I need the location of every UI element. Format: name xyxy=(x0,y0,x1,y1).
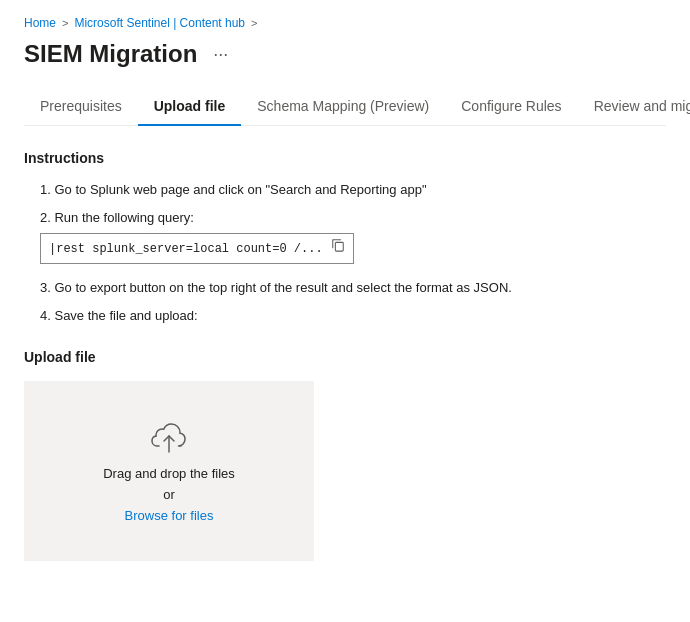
drop-zone[interactable]: Drag and drop the files or Browse for fi… xyxy=(24,381,314,561)
step-4-text: Save the file and upload: xyxy=(54,308,197,323)
tab-upload-file[interactable]: Upload file xyxy=(138,88,242,126)
step-3-number: 3. xyxy=(40,280,54,295)
step-3-text: Go to export button on the top right of … xyxy=(54,280,511,295)
svg-rect-0 xyxy=(335,242,343,251)
step-4-number: 4. xyxy=(40,308,54,323)
tab-review-migrate[interactable]: Review and migrate xyxy=(578,88,690,126)
instructions-list: 1. Go to Splunk web page and click on "S… xyxy=(40,180,666,325)
instructions-section: Instructions 1. Go to Splunk web page an… xyxy=(24,150,666,325)
breadcrumb-home[interactable]: Home xyxy=(24,16,56,30)
breadcrumb-separator-1: > xyxy=(62,17,68,29)
browse-files-link[interactable]: Browse for files xyxy=(125,508,214,523)
breadcrumb: Home > Microsoft Sentinel | Content hub … xyxy=(24,16,666,30)
instruction-step-2: 2. Run the following query: |rest splunk… xyxy=(40,208,666,271)
tab-schema-mapping[interactable]: Schema Mapping (Preview) xyxy=(241,88,445,126)
tab-configure-rules[interactable]: Configure Rules xyxy=(445,88,577,126)
instruction-step-4: 4. Save the file and upload: xyxy=(40,306,666,326)
upload-section: Upload file Drag and drop the files or B… xyxy=(24,349,666,561)
copy-icon[interactable] xyxy=(331,238,345,259)
tabs-container: Prerequisites Upload file Schema Mapping… xyxy=(24,88,666,126)
instructions-title: Instructions xyxy=(24,150,666,166)
step-2-number: 2. xyxy=(40,210,54,225)
upload-section-title: Upload file xyxy=(24,349,666,365)
instruction-step-3: 3. Go to export button on the top right … xyxy=(40,278,666,298)
instruction-step-1: 1. Go to Splunk web page and click on "S… xyxy=(40,180,666,200)
drag-drop-text: Drag and drop the files xyxy=(103,466,235,481)
step-1-text: Go to Splunk web page and click on "Sear… xyxy=(54,182,426,197)
breadcrumb-separator-2: > xyxy=(251,17,257,29)
query-box: |rest splunk_server=local count=0 /... xyxy=(40,233,354,264)
page-title-row: SIEM Migration ··· xyxy=(24,40,666,68)
page-title: SIEM Migration xyxy=(24,40,197,68)
or-text: or xyxy=(163,487,175,502)
step-2-text: Run the following query: xyxy=(54,210,193,225)
more-options-button[interactable]: ··· xyxy=(207,43,234,65)
breadcrumb-sentinel[interactable]: Microsoft Sentinel | Content hub xyxy=(74,16,245,30)
tab-prerequisites[interactable]: Prerequisites xyxy=(24,88,138,126)
cloud-upload-icon xyxy=(149,420,189,456)
step-1-number: 1. xyxy=(40,182,54,197)
query-text: |rest splunk_server=local count=0 /... xyxy=(49,240,323,258)
